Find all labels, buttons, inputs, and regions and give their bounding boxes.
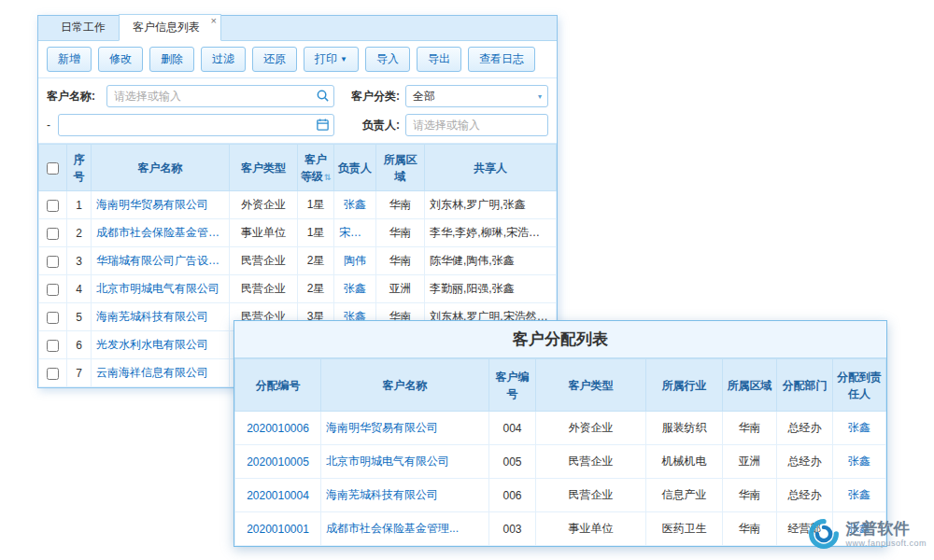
cell-customer-name[interactable]: 北京市明城电气有限公司 (92, 275, 230, 303)
allocation-row: 2020010005北京市明城电气有限公司005民营企业机械机电亚洲总经办张鑫 (235, 445, 886, 479)
row-checkbox[interactable] (47, 256, 59, 268)
cell-customer-number: 004 (489, 412, 536, 445)
row-checkbox[interactable] (47, 368, 59, 380)
calendar-icon[interactable] (316, 118, 330, 132)
cell-customer-name[interactable]: 云南海祥信息有限公司 (92, 359, 230, 387)
delete-button[interactable]: 删除 (149, 47, 194, 72)
add-button[interactable]: 新增 (47, 47, 92, 72)
tab-daily-work[interactable]: 日常工作 (48, 15, 119, 40)
col-header-customer-number: 客户编号 (489, 359, 536, 412)
cell-customer-name[interactable]: 海南明华贸易有限公司 (92, 191, 230, 219)
cell-customer-type: 事业单位 (230, 219, 298, 247)
cell-customer-name[interactable]: 光发水利水电有限公司 (92, 331, 230, 359)
edit-button[interactable]: 修改 (98, 47, 143, 72)
cell-allocation-number[interactable]: 2020010006 (235, 412, 321, 445)
cell-manager[interactable]: 张鑫 (334, 275, 376, 303)
cell-customer-number: 003 (489, 512, 536, 546)
cell-row-number: 1 (67, 191, 92, 219)
cell-assignee[interactable]: 张鑫 (833, 412, 886, 445)
row-checkbox[interactable] (47, 284, 59, 296)
customer-row: 2成都市社会保险基金管理...事业单位1星宋浩然华南李华,李婷,柳琳,宋浩然,张… (39, 219, 557, 247)
cell-industry: 服装纺织 (646, 412, 723, 445)
cell-allocation-number[interactable]: 2020010005 (235, 445, 321, 479)
vendor-brand-name: 泛普软件 (845, 520, 927, 539)
cell-row-number: 3 (67, 247, 92, 275)
export-button[interactable]: 导出 (417, 47, 461, 72)
cell-row-number: 4 (67, 275, 92, 303)
filter-area: 客户名称: 客户分类: 全部 ▾ - (38, 78, 557, 144)
col-header-customer-level[interactable]: 客户等级⇅ (298, 145, 334, 191)
row-checkbox[interactable] (47, 340, 59, 352)
filter-row-1: 客户名称: 客户分类: 全部 ▾ (47, 85, 548, 107)
col-header-assignee: 分配到责任人 (833, 359, 886, 412)
vendor-watermark: 泛普软件 www.fanpusoft.com (809, 519, 927, 549)
cell-customer-name[interactable]: 海南芜城科技有限公司 (321, 479, 489, 512)
cell-allocation-dept: 总经办 (777, 412, 833, 445)
cell-allocation-number[interactable]: 2020010004 (235, 479, 321, 512)
col-header-allocation-number: 分配编号 (235, 359, 321, 412)
customer-row: 3华瑞城有限公司广告设计部民营企业2星陶伟华南陈华健,陶伟,张鑫 (39, 247, 557, 275)
cell-manager[interactable]: 宋浩然 (334, 219, 376, 247)
manager-input[interactable] (405, 114, 548, 136)
cell-shared-with: 李勤丽,阳强,张鑫 (425, 275, 557, 303)
close-icon[interactable]: × (211, 16, 217, 26)
cell-checkbox (39, 219, 67, 247)
print-button[interactable]: 打印 ▼ (304, 47, 359, 72)
customer-category-label: 客户分类: (334, 89, 400, 105)
restore-button[interactable]: 还原 (252, 47, 297, 72)
col-header-industry: 所属行业 (646, 359, 723, 412)
print-button-label: 打印 (315, 51, 337, 67)
cell-region: 华南 (723, 412, 777, 445)
customer-name-input[interactable] (106, 85, 334, 107)
cell-customer-name[interactable]: 北京市明城电气有限公司 (321, 445, 489, 479)
cell-customer-name[interactable]: 海南芜城科技有限公司 (92, 303, 230, 331)
cell-customer-level: 2星 (298, 275, 334, 303)
sort-icon[interactable]: ⇅ (324, 173, 332, 182)
date-input[interactable] (58, 114, 334, 136)
cell-customer-name[interactable]: 成都市社会保险基金管理... (321, 512, 489, 546)
cell-assignee[interactable]: 张鑫 (833, 445, 886, 479)
cell-assignee[interactable]: 张鑫 (833, 479, 886, 512)
cell-checkbox (39, 331, 67, 359)
allocation-panel: 客户分配列表 分配编号 客户名称 客户编号 客户类型 所属行业 所属区域 分配部… (234, 320, 887, 547)
tab-customer-info-list[interactable]: 客户信息列表 × (119, 14, 221, 41)
cell-manager[interactable]: 陶伟 (334, 247, 376, 275)
cell-allocation-dept: 总经办 (777, 479, 833, 512)
cell-row-number: 2 (67, 219, 92, 247)
allocation-table: 分配编号 客户名称 客户编号 客户类型 所属行业 所属区域 分配部门 分配到责任… (234, 358, 886, 546)
col-header-region: 所属区域 (723, 359, 777, 412)
customer-row: 1海南明华贸易有限公司外资企业1星张鑫华南刘东林,罗广明,张鑫 (39, 191, 557, 219)
cell-checkbox (39, 191, 67, 219)
col-header-region: 所属区域 (376, 145, 425, 191)
cell-region: 亚洲 (376, 275, 425, 303)
cell-region: 华南 (376, 191, 425, 219)
customer-category-select[interactable]: 全部 ▾ (405, 85, 548, 107)
cell-region: 华南 (376, 247, 425, 275)
row-checkbox[interactable] (47, 312, 59, 324)
cell-customer-type: 民营企业 (230, 275, 298, 303)
cell-customer-level: 1星 (298, 219, 334, 247)
cell-allocation-number[interactable]: 2020010001 (235, 512, 321, 546)
cell-customer-name[interactable]: 成都市社会保险基金管理... (92, 219, 230, 247)
row-checkbox[interactable] (47, 200, 59, 212)
filter-button[interactable]: 过滤 (201, 47, 246, 72)
cell-row-number: 5 (67, 303, 92, 331)
cell-customer-type: 民营企业 (536, 479, 646, 512)
toolbar: 新增 修改 删除 过滤 还原 打印 ▼ 导入 导出 查看日志 (38, 41, 557, 78)
row-checkbox[interactable] (47, 228, 59, 240)
col-header-row-number: 序号 (67, 145, 92, 191)
cell-manager[interactable]: 张鑫 (334, 191, 376, 219)
col-header-customer-name: 客户名称 (92, 145, 230, 191)
cell-customer-name[interactable]: 华瑞城有限公司广告设计部 (92, 247, 230, 275)
customer-table-header-row: 序号 客户名称 客户类型 客户等级⇅ 负责人 所属区域 共享人 (39, 145, 557, 191)
cell-region: 亚洲 (723, 445, 777, 479)
cell-industry: 机械机电 (646, 445, 723, 479)
cell-customer-name[interactable]: 海南明华贸易有限公司 (321, 412, 489, 445)
select-all-checkbox[interactable] (47, 162, 59, 175)
search-icon[interactable] (316, 89, 330, 103)
cell-region: 华南 (376, 219, 425, 247)
view-log-button[interactable]: 查看日志 (468, 47, 535, 72)
cell-customer-number: 005 (489, 445, 536, 479)
import-button[interactable]: 导入 (365, 47, 410, 72)
cell-row-number: 7 (67, 359, 92, 387)
